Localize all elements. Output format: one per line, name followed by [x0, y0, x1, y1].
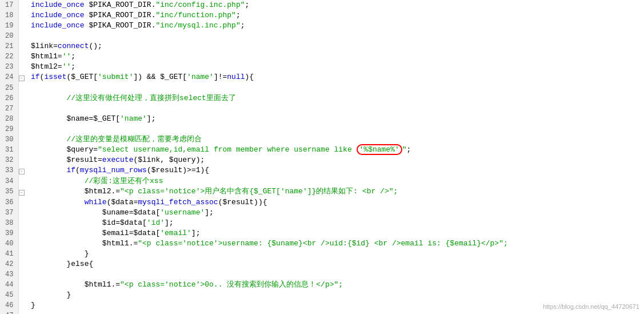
code-token: }: [85, 249, 89, 258]
line-content: $html1='';: [26, 51, 644, 62]
line-content: $link=connect();: [26, 41, 644, 51]
line-content: //这里的变量是模糊匹配，需要考虑闭合: [26, 134, 644, 145]
code-token: $html2: [85, 187, 111, 196]
no-fold: [18, 259, 26, 269]
line-number: 24: [0, 72, 18, 83]
code-viewer: 17include_once $PIKA_ROOT_DIR."inc/confi…: [0, 0, 644, 314]
no-fold: [18, 0, 26, 10]
code-token: =: [53, 42, 58, 50]
line-number: 22: [0, 51, 18, 62]
code-token: $PIKA_ROOT_DIR.: [85, 21, 156, 30]
code-token: 'name': [120, 114, 147, 123]
no-fold: [18, 197, 26, 208]
line-content: if(isset($_GET['submit']) && $_GET['name…: [26, 72, 644, 83]
code-token: '': [62, 62, 71, 71]
code-token: mysqli_fetch_assoc: [138, 198, 218, 206]
no-fold: [18, 218, 26, 228]
code-token: ;: [241, 21, 245, 30]
code-token: 'username': [160, 208, 205, 217]
table-row: 41 }: [0, 249, 644, 259]
line-content: }: [26, 290, 644, 300]
line-content: }: [26, 249, 644, 259]
table-row: 17include_once $PIKA_ROOT_DIR."inc/confi…: [0, 0, 644, 10]
code-token: 'name': [187, 73, 214, 81]
code-token: ;: [236, 11, 241, 19]
no-fold: [18, 114, 26, 124]
line-number: 36: [0, 197, 18, 208]
table-row: 35- $html2.="<p class='notice'>用户名中含有{$_…: [0, 186, 644, 197]
line-content: $html2='';: [26, 62, 644, 72]
no-fold: [18, 208, 26, 218]
table-row: 38 $id=$data['id'];: [0, 218, 644, 228]
code-token: if: [66, 166, 75, 174]
watermark: https://blog.csdn.net/qq_44720671: [543, 301, 639, 312]
line-number: 30: [0, 134, 18, 145]
line-number: 43: [0, 269, 18, 280]
table-row: 28 $name=$_GET['name'];: [0, 114, 644, 124]
table-row: 20: [0, 31, 644, 41]
no-fold: [18, 249, 26, 259]
line-number: 46: [0, 300, 18, 311]
code-token: ($link, $query);: [133, 156, 205, 164]
line-number: 47: [0, 311, 18, 314]
line-content: $uname=$data['username'];: [26, 208, 644, 218]
line-number: 21: [0, 41, 18, 51]
line-content: $email=$data['email'];: [26, 228, 644, 239]
table-row: 43: [0, 269, 644, 280]
code-token: $html1: [102, 239, 129, 248]
line-number: 27: [0, 104, 18, 114]
code-token: (: [75, 166, 80, 174]
code-token: ){: [245, 73, 254, 81]
code-token: "<p class='notice'>username: {$uname}<br…: [138, 239, 508, 248]
no-fold: [18, 155, 26, 165]
code-token: $name: [66, 114, 89, 123]
table-row: 21$link=connect();: [0, 41, 644, 51]
code-token: =$data[: [129, 229, 161, 237]
code-token: isset: [44, 73, 66, 81]
line-number: 37: [0, 208, 18, 218]
table-row: 44 $html1.="<p class='notice'>0o.. 没有搜索到…: [0, 280, 644, 290]
code-token: "select username,id,email from member wh…: [98, 145, 356, 154]
code-token: //这里的变量是模糊匹配，需要考虑闭合: [66, 135, 202, 144]
line-number: 41: [0, 249, 18, 259]
code-token: .=: [129, 239, 138, 248]
table-row: 39 $email=$data['email'];: [0, 228, 644, 239]
code-token: $html2: [31, 62, 58, 71]
code-token: mysqli_num_rows: [80, 166, 147, 174]
fold-icon[interactable]: -: [18, 186, 26, 197]
no-fold: [18, 124, 26, 134]
line-number: 23: [0, 62, 18, 72]
line-number: 20: [0, 31, 18, 41]
table-row: 32 $result=execute($link, $query);: [0, 155, 644, 165]
line-content: //这里没有做任何处理，直接拼到select里面去了: [26, 93, 644, 104]
code-token: $uname: [102, 208, 129, 217]
code-token: ];: [205, 208, 214, 217]
line-content: while($data=mysqli_fetch_assoc($result))…: [26, 197, 644, 208]
table-row: 26 //这里没有做任何处理，直接拼到select里面去了: [0, 93, 644, 104]
line-number: 44: [0, 280, 18, 290]
line-number: 18: [0, 10, 18, 21]
code-token: "inc/mysql.inc.php": [155, 21, 240, 30]
line-number: 38: [0, 218, 18, 228]
table-row: 18include_once $PIKA_ROOT_DIR."inc/funct…: [0, 10, 644, 21]
line-content: $result=execute($link, $query);: [26, 155, 644, 165]
line-content: [26, 31, 644, 41]
table-row: 25: [0, 83, 644, 93]
line-number: 25: [0, 83, 18, 93]
code-token: "inc/config.inc.php": [155, 1, 245, 9]
no-fold: [18, 300, 26, 311]
fold-icon[interactable]: -: [18, 72, 26, 83]
code-token: "<p class='notice'>用户名中含有{$_GET['name']}…: [120, 187, 398, 196]
line-number: 31: [0, 145, 18, 155]
no-fold: [18, 239, 26, 249]
no-fold: [18, 176, 26, 186]
code-token: ;: [407, 145, 411, 154]
code-token: ];: [191, 229, 201, 237]
line-number: 33: [0, 165, 18, 176]
no-fold: [18, 311, 26, 314]
code-token: ;: [245, 1, 249, 9]
code-token: include_once: [31, 1, 85, 9]
code-token: =: [58, 62, 62, 71]
table-row: 23$html2='';: [0, 62, 644, 72]
fold-icon[interactable]: -: [18, 165, 26, 176]
